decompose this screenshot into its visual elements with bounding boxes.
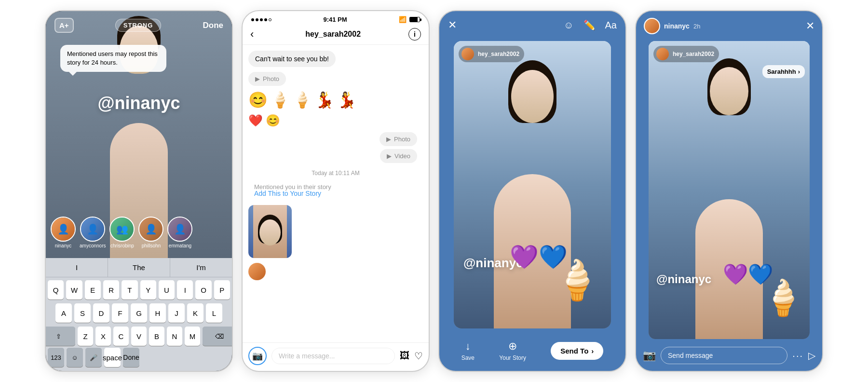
status-time: 9:41 PM: [323, 16, 347, 23]
key-g[interactable]: G: [131, 303, 147, 323]
key-l[interactable]: L: [206, 303, 222, 323]
key-u[interactable]: U: [159, 280, 175, 300]
avatar-item-phillsohn[interactable]: 👤 phillsohn: [138, 217, 163, 248]
key-mic[interactable]: 🎤: [85, 348, 102, 367]
your-story-button[interactable]: ⊕ Your Story: [499, 340, 526, 361]
info-button[interactable]: i: [408, 28, 421, 41]
story-reply-input[interactable]: Send message: [661, 347, 787, 364]
emoji-icecream1: 🍦: [271, 91, 290, 109]
key-x[interactable]: X: [95, 327, 111, 346]
key-backspace[interactable]: ⌫: [203, 327, 233, 346]
message-input[interactable]: Write a message...: [271, 348, 395, 364]
sticker-icon[interactable]: ☺: [564, 20, 573, 31]
gallery-icon[interactable]: 🖼: [400, 350, 409, 362]
signal-dot-2: [256, 18, 258, 21]
sent-video-btn[interactable]: ▶ Video: [380, 149, 417, 163]
avatar-item-ninanyc[interactable]: 👤 ninanyc: [51, 217, 76, 248]
emoji-row: 😊 🍦 🍦 💃 💃: [243, 91, 429, 109]
camera-button[interactable]: 📷: [248, 347, 267, 365]
key-j[interactable]: J: [168, 303, 185, 323]
key-p[interactable]: P: [214, 280, 230, 300]
key-i[interactable]: I: [177, 280, 193, 300]
suggestion-im[interactable]: I'm: [170, 258, 232, 277]
emoji-dancer1: 💃: [315, 91, 334, 109]
avatar-label: emmatang: [169, 243, 191, 248]
heart-icon[interactable]: ♡: [414, 350, 423, 362]
pen-icon[interactable]: ✏️: [583, 19, 596, 31]
key-space[interactable]: space: [104, 348, 121, 367]
text-icon[interactable]: Aa: [605, 20, 617, 31]
dm-messages: Can't wait to see you bb! ▶ Photo 😊 🍦 🍦 …: [243, 45, 429, 342]
message-received-1: Can't wait to see you bb!: [243, 51, 429, 67]
key-m[interactable]: M: [185, 327, 200, 346]
done-button[interactable]: Done: [203, 21, 224, 30]
story-preview[interactable]: [248, 205, 292, 258]
key-s[interactable]: S: [74, 303, 91, 323]
key-shift[interactable]: ⇧: [45, 327, 75, 346]
phone-story-share: ✕ ☺ ✏️ Aa hey_sarah2002 @n: [438, 10, 626, 372]
add-to-story-link[interactable]: Add This to Your Story: [248, 190, 429, 197]
suggestion-i[interactable]: I: [46, 258, 108, 277]
key-h[interactable]: H: [149, 303, 166, 323]
avatar-item-emmatang[interactable]: 👤 emmatang: [167, 217, 192, 248]
story-username: hey_sarah2002: [478, 51, 519, 57]
key-b[interactable]: B: [149, 327, 164, 346]
dm-header: ‹ hey_sarah2002 i: [243, 25, 429, 45]
story-viewer-card: hey_sarah2002 Sarahhhh › @ninanyc 🍦 💜💙: [649, 41, 810, 339]
key-emoji[interactable]: ☺: [67, 348, 83, 367]
key-done[interactable]: Done: [123, 348, 139, 367]
key-z[interactable]: Z: [78, 327, 93, 346]
send-to-label: Send To: [560, 347, 588, 355]
emoji-smile: 😊: [266, 114, 280, 127]
key-r[interactable]: R: [103, 280, 119, 300]
key-t[interactable]: T: [122, 280, 137, 300]
keyboard-bottom-row: 123 ☺ 🎤 space Done: [46, 348, 232, 371]
key-w[interactable]: W: [66, 280, 82, 300]
back-button[interactable]: ‹: [250, 28, 254, 41]
key-q[interactable]: Q: [48, 280, 64, 300]
save-button[interactable]: ↓ Save: [461, 340, 475, 361]
dm-action-icons: 🖼 ♡: [400, 350, 423, 362]
phone-dm: 9:41 PM 📶 ‹ hey_sarah2002 i Can't wait t…: [242, 10, 430, 372]
camera-icon[interactable]: 📷: [643, 349, 656, 362]
close-button[interactable]: ✕: [806, 20, 814, 32]
avatar-item-amyconnors[interactable]: 👤 amyconnors: [80, 217, 106, 248]
avatar-list: 👤 ninanyc 👤 amyconnors 👥 chrisrobinp 👤 p…: [46, 217, 232, 248]
battery-icon: [409, 17, 420, 22]
heart-sticker[interactable]: 💜💙: [510, 244, 568, 271]
emoji-icecream2: 🍦: [293, 91, 312, 109]
key-d[interactable]: D: [93, 303, 109, 323]
keyboard-row-3: ⇧ Z X C V B N M ⌫: [48, 327, 230, 346]
send-to-button[interactable]: Send To ›: [551, 342, 603, 360]
key-f[interactable]: F: [112, 303, 128, 323]
keyboard-suggestions: I The I'm: [46, 258, 232, 277]
close-button[interactable]: ✕: [448, 19, 457, 31]
sarahhhh-tag[interactable]: Sarahhhh ›: [762, 65, 805, 78]
avatar-item-chrisrobinp[interactable]: 👥 chrisrobinp: [109, 217, 135, 248]
emoji-dancer2: 💃: [337, 91, 356, 109]
key-c[interactable]: C: [113, 327, 129, 346]
save-label: Save: [461, 355, 475, 361]
key-n[interactable]: N: [167, 327, 182, 346]
format-button[interactable]: A+: [54, 18, 74, 33]
key-numbers[interactable]: 123: [48, 348, 64, 367]
story4-heart-sticker[interactable]: 💜💙: [723, 262, 773, 286]
key-a[interactable]: A: [55, 303, 72, 323]
photo-button[interactable]: ▶ Photo: [248, 72, 286, 86]
key-k[interactable]: K: [187, 303, 203, 323]
story-header: ✕ ☺ ✏️ Aa: [439, 11, 625, 36]
mention-bubble: Mentioned users may repost this story fo…: [60, 45, 166, 72]
send-icon[interactable]: ▷: [808, 350, 815, 361]
sent-photo-btn[interactable]: ▶ Photo: [380, 132, 417, 146]
key-y[interactable]: Y: [140, 280, 156, 300]
photo-label: Photo: [394, 136, 410, 143]
style-button[interactable]: STRONG: [115, 19, 162, 32]
more-options-icon[interactable]: ···: [792, 350, 803, 361]
story-main: hey_sarah2002 @ninanyc 🍦 💜💙: [439, 36, 625, 333]
key-e[interactable]: E: [85, 280, 101, 300]
key-v[interactable]: V: [131, 327, 147, 346]
plus-icon: ⊕: [508, 340, 517, 353]
suggestion-the[interactable]: The: [108, 258, 170, 277]
reaction-row: ❤️ 😊: [243, 114, 429, 127]
key-o[interactable]: O: [195, 280, 211, 300]
